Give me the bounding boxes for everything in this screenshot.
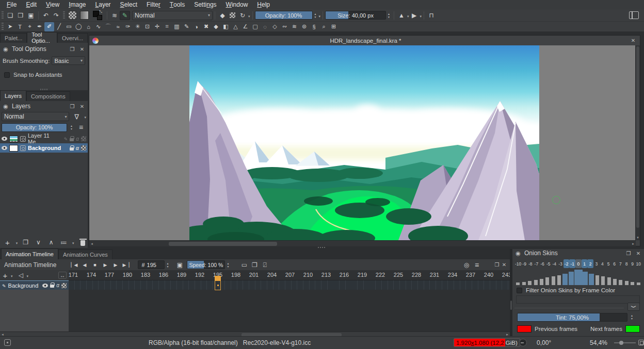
layer-visibility-icon[interactable] [2,137,7,141]
layer-thumbnail[interactable] [9,136,18,142]
swap-colors-icon[interactable]: ⤡ [99,10,102,14]
tool-gradient[interactable]: ▥ [172,22,182,31]
onion-number-8[interactable]: 8 [623,259,630,268]
menu-item-file[interactable]: File [2,0,21,9]
tool-colorize-mask[interactable]: ◑ [191,22,201,31]
menu-item-tools[interactable]: Tools [165,0,189,9]
tool-magnetic-select[interactable]: § [309,22,319,31]
tool-move[interactable]: ✛ [152,22,162,31]
vertical-scrollbar-thumb[interactable] [636,46,639,228]
layer-row-layer11[interactable]: Layer 11 Me... α [0,134,88,143]
speed-spinner[interactable] [225,261,231,269]
brush-size-slider[interactable]: Size: 40,00 px [325,11,386,20]
onion-number-2[interactable]: 2 [587,259,593,268]
layer-filter-dropdown[interactable] [84,113,86,120]
onion-opacity-bar--6[interactable] [540,279,543,285]
layer-row-background[interactable]: Background α [0,143,88,153]
zoom-level-value[interactable]: 54,4% [590,339,607,346]
tool-polygonal-select[interactable]: ◇ [270,22,280,31]
reload-preset-button[interactable] [237,11,248,20]
layer-visibility-icon[interactable] [2,146,7,150]
layer-lock-icon[interactable] [50,285,54,288]
delete-layer-button[interactable] [81,240,85,246]
docker-splitter[interactable] [0,78,88,90]
zoom-slider[interactable] [614,342,636,343]
float-icon[interactable] [69,46,76,52]
docker-lock-icon[interactable] [2,46,9,53]
tool-transform[interactable]: ⊡ [142,22,152,31]
preserve-alpha-button[interactable] [230,12,235,18]
layer-blend-mode-combobox[interactable]: Normal [2,112,69,121]
open-document-button[interactable] [15,11,26,20]
mirror-horizontal-button[interactable] [396,11,407,20]
frame-spinner[interactable] [165,261,170,269]
add-icon[interactable] [3,238,12,247]
right-arrow-icon[interactable] [631,242,636,246]
inherit-alpha-icon[interactable] [61,283,67,288]
brush-settings-button[interactable] [109,11,120,20]
layer-thumbnail[interactable] [9,145,18,152]
add-layer-dropdown[interactable] [15,239,18,246]
panel-tab-layers[interactable]: Layers [0,90,26,101]
canvas-titlebar[interactable]: HDR_landscape_final.kra * [89,36,640,45]
memory-usage-indicator[interactable]: 1.920 x 1.080 (12,2 GiB) [454,338,520,347]
onion-number--6[interactable]: -6 [539,259,545,268]
menu-item-edit[interactable]: Edit [21,0,41,9]
show-layers-icon[interactable] [249,260,260,270]
properties-dropdown[interactable] [72,239,74,246]
mirror-vertical-button[interactable] [409,11,420,20]
brush-preset-combobox[interactable]: Normal [132,11,213,20]
close-icon[interactable] [78,46,86,52]
onion-number--8[interactable]: -8 [527,259,534,268]
duplicate-icon[interactable] [21,238,30,247]
brush-smoothing-combobox[interactable]: Basic [52,56,85,65]
docker-tab-palet[interactable]: Palet... [0,33,27,43]
tool-bezier-curve[interactable]: ⌒ [103,22,113,31]
menu-item-layer[interactable]: Layer [91,0,116,9]
wrap-around-button[interactable] [426,11,437,20]
chevron-down-icon[interactable] [627,303,640,311]
filter-funnel-icon[interactable] [71,112,82,121]
onion-opacity-bar--9[interactable] [522,282,526,285]
onion-opacity-bar--10[interactable] [516,282,520,285]
filter-by-frame-color-checkbox[interactable] [517,288,522,293]
gradient-chooser-button[interactable] [80,11,89,20]
menu-item-view[interactable]: View [41,0,64,9]
inherit-alpha-icon[interactable] [81,136,86,141]
onion-number-7[interactable]: 7 [618,259,624,268]
properties-icon[interactable] [59,238,69,247]
float-icon[interactable] [493,262,501,268]
brush-size-spinner[interactable] [386,11,392,20]
play-button[interactable]: ▶ [100,261,110,269]
menu-item-image[interactable]: Image [64,0,90,9]
canvas-vertical-scrollbar[interactable] [635,45,640,240]
toolbar-grip[interactable] [2,11,4,20]
tool-freehand-path[interactable]: ≈ [113,22,123,31]
timeline-track-label[interactable]: Background α [0,280,69,290]
layer-opacity-spinner[interactable] [69,123,74,131]
tool-smart-patch[interactable]: ✖ [201,22,211,31]
tool-color-sampler[interactable]: ✎ [182,22,191,31]
tool-freehand-select[interactable]: ∾ [280,22,289,31]
docker-lock-icon[interactable] [514,250,522,257]
onion-opacity-bar--8[interactable] [528,281,532,285]
canvas-rotation-knob[interactable] [519,339,527,346]
tool-rectangle[interactable]: ▭ [64,22,74,31]
opacity-options-dropdown[interactable] [318,12,321,19]
horizontal-scrollbar-thumb[interactable] [169,242,277,246]
onion-opacity-bar-7[interactable] [619,280,622,285]
menu-item-settings[interactable]: Settings [189,0,221,9]
background-color-swatch[interactable] [97,15,102,20]
onion-opacity-bar--1[interactable] [569,272,574,285]
reload-options-dropdown[interactable] [248,12,250,19]
menu-item-select[interactable]: Select [116,0,142,9]
tool-dynamic-brush[interactable]: ✑ [123,22,133,31]
zoom-slider-handle[interactable] [619,341,623,345]
stop-button[interactable]: ■ [89,261,100,269]
previous-frame-button[interactable]: ◀ [79,261,89,269]
onion-opacity-bar-9[interactable] [631,282,634,285]
tool-polyline[interactable]: ∿ [93,22,103,31]
undo-button[interactable] [41,11,51,20]
tool-ellipse[interactable]: ◯ [74,22,84,31]
tool-edit-shapes[interactable]: ⌖ [25,22,35,31]
